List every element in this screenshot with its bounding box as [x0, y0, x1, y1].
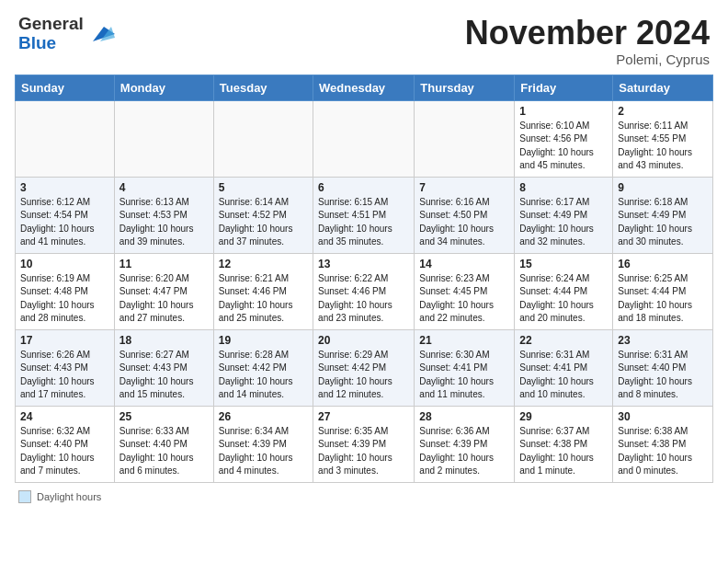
- location: Polemi, Cyprus: [465, 52, 710, 67]
- day-number: 5: [219, 181, 308, 194]
- calendar-week-5: 24Sunrise: 6:32 AM Sunset: 4:40 PM Dayli…: [16, 406, 713, 482]
- day-number: 4: [119, 181, 209, 194]
- calendar-cell: 2Sunrise: 6:11 AM Sunset: 4:55 PM Daylig…: [613, 100, 713, 177]
- day-info: Sunrise: 6:22 AM Sunset: 4:46 PM Dayligh…: [318, 272, 409, 326]
- day-info: Sunrise: 6:13 AM Sunset: 4:53 PM Dayligh…: [119, 196, 209, 249]
- calendar-cell: 22Sunrise: 6:31 AM Sunset: 4:41 PM Dayli…: [515, 329, 613, 406]
- day-number: 13: [318, 258, 409, 270]
- legend-color-box: [18, 490, 31, 503]
- calendar-cell: 11Sunrise: 6:20 AM Sunset: 4:47 PM Dayli…: [114, 253, 213, 329]
- day-number: 25: [119, 410, 209, 423]
- calendar-cell: [213, 100, 313, 177]
- calendar-table: SundayMondayTuesdayWednesdayThursdayFrid…: [15, 75, 713, 483]
- day-info: Sunrise: 6:28 AM Sunset: 4:42 PM Dayligh…: [219, 349, 308, 402]
- calendar-cell: 10Sunrise: 6:19 AM Sunset: 4:48 PM Dayli…: [16, 253, 115, 329]
- day-info: Sunrise: 6:16 AM Sunset: 4:50 PM Dayligh…: [419, 196, 509, 249]
- day-info: Sunrise: 6:17 AM Sunset: 4:49 PM Dayligh…: [519, 196, 608, 249]
- day-number: 27: [318, 410, 409, 423]
- day-number: 1: [519, 105, 608, 118]
- calendar-cell: 21Sunrise: 6:30 AM Sunset: 4:41 PM Dayli…: [415, 329, 515, 406]
- col-header-friday: Friday: [515, 75, 613, 100]
- day-number: 2: [618, 105, 708, 118]
- month-title: November 2024: [465, 15, 710, 52]
- logo-blue: Blue: [18, 33, 56, 52]
- calendar-cell: 28Sunrise: 6:36 AM Sunset: 4:39 PM Dayli…: [415, 406, 515, 482]
- calendar-cell: 14Sunrise: 6:23 AM Sunset: 4:45 PM Dayli…: [415, 253, 515, 329]
- col-header-saturday: Saturday: [613, 75, 713, 100]
- day-info: Sunrise: 6:14 AM Sunset: 4:52 PM Dayligh…: [219, 196, 308, 249]
- day-info: Sunrise: 6:10 AM Sunset: 4:56 PM Dayligh…: [519, 120, 608, 173]
- title-area: November 2024 Polemi, Cyprus: [465, 15, 710, 67]
- calendar-body: 1Sunrise: 6:10 AM Sunset: 4:56 PM Daylig…: [16, 100, 713, 482]
- calendar-header: SundayMondayTuesdayWednesdayThursdayFrid…: [16, 75, 713, 100]
- day-info: Sunrise: 6:15 AM Sunset: 4:51 PM Dayligh…: [318, 196, 409, 249]
- calendar-cell: 25Sunrise: 6:33 AM Sunset: 4:40 PM Dayli…: [114, 406, 213, 482]
- day-number: 30: [618, 410, 708, 423]
- day-info: Sunrise: 6:38 AM Sunset: 4:38 PM Dayligh…: [618, 425, 708, 478]
- calendar-week-3: 10Sunrise: 6:19 AM Sunset: 4:48 PM Dayli…: [16, 253, 713, 329]
- calendar-cell: 20Sunrise: 6:29 AM Sunset: 4:42 PM Dayli…: [313, 329, 415, 406]
- day-number: 3: [20, 181, 109, 194]
- calendar-cell: 4Sunrise: 6:13 AM Sunset: 4:53 PM Daylig…: [114, 177, 213, 253]
- day-number: 15: [519, 258, 608, 270]
- logo-icon: [85, 19, 115, 49]
- calendar-week-2: 3Sunrise: 6:12 AM Sunset: 4:54 PM Daylig…: [16, 177, 713, 253]
- day-info: Sunrise: 6:27 AM Sunset: 4:43 PM Dayligh…: [119, 349, 209, 402]
- day-number: 11: [119, 258, 209, 270]
- header-row: SundayMondayTuesdayWednesdayThursdayFrid…: [16, 75, 713, 100]
- calendar-cell: 13Sunrise: 6:22 AM Sunset: 4:46 PM Dayli…: [313, 253, 415, 329]
- day-info: Sunrise: 6:34 AM Sunset: 4:39 PM Dayligh…: [219, 425, 308, 478]
- logo: General Blue: [18, 15, 115, 53]
- day-info: Sunrise: 6:19 AM Sunset: 4:48 PM Dayligh…: [20, 272, 109, 326]
- calendar-wrap: SundayMondayTuesdayWednesdayThursdayFrid…: [0, 75, 728, 483]
- col-header-wednesday: Wednesday: [313, 75, 415, 100]
- header: General Blue November 2024 Polemi, Cypru…: [0, 0, 728, 75]
- calendar-cell: 29Sunrise: 6:37 AM Sunset: 4:38 PM Dayli…: [515, 406, 613, 482]
- col-header-tuesday: Tuesday: [213, 75, 313, 100]
- day-number: 9: [618, 181, 708, 194]
- day-number: 16: [618, 258, 708, 270]
- day-info: Sunrise: 6:31 AM Sunset: 4:41 PM Dayligh…: [519, 349, 608, 402]
- day-info: Sunrise: 6:32 AM Sunset: 4:40 PM Dayligh…: [20, 425, 109, 478]
- day-info: Sunrise: 6:18 AM Sunset: 4:49 PM Dayligh…: [618, 196, 708, 249]
- day-number: 26: [219, 410, 308, 423]
- day-number: 20: [318, 334, 409, 347]
- day-info: Sunrise: 6:36 AM Sunset: 4:39 PM Dayligh…: [419, 425, 509, 478]
- calendar-week-4: 17Sunrise: 6:26 AM Sunset: 4:43 PM Dayli…: [16, 329, 713, 406]
- calendar-cell: 30Sunrise: 6:38 AM Sunset: 4:38 PM Dayli…: [613, 406, 713, 482]
- day-info: Sunrise: 6:33 AM Sunset: 4:40 PM Dayligh…: [119, 425, 209, 478]
- day-number: 24: [20, 410, 109, 423]
- calendar-cell: 5Sunrise: 6:14 AM Sunset: 4:52 PM Daylig…: [213, 177, 313, 253]
- day-number: 6: [318, 181, 409, 194]
- day-number: 28: [419, 410, 509, 423]
- col-header-thursday: Thursday: [415, 75, 515, 100]
- footer: Daylight hours: [0, 483, 728, 511]
- day-info: Sunrise: 6:30 AM Sunset: 4:41 PM Dayligh…: [419, 349, 509, 402]
- day-number: 22: [519, 334, 608, 347]
- day-info: Sunrise: 6:29 AM Sunset: 4:42 PM Dayligh…: [318, 349, 409, 402]
- calendar-cell: 1Sunrise: 6:10 AM Sunset: 4:56 PM Daylig…: [515, 100, 613, 177]
- calendar-cell: 7Sunrise: 6:16 AM Sunset: 4:50 PM Daylig…: [415, 177, 515, 253]
- day-info: Sunrise: 6:12 AM Sunset: 4:54 PM Dayligh…: [20, 196, 109, 249]
- day-number: 29: [519, 410, 608, 423]
- day-info: Sunrise: 6:26 AM Sunset: 4:43 PM Dayligh…: [20, 349, 109, 402]
- day-number: 12: [219, 258, 308, 270]
- calendar-cell: 23Sunrise: 6:31 AM Sunset: 4:40 PM Dayli…: [613, 329, 713, 406]
- day-number: 23: [618, 334, 708, 347]
- calendar-cell: 27Sunrise: 6:35 AM Sunset: 4:39 PM Dayli…: [313, 406, 415, 482]
- calendar-cell: [313, 100, 415, 177]
- day-info: Sunrise: 6:21 AM Sunset: 4:46 PM Dayligh…: [219, 272, 308, 326]
- calendar-cell: 3Sunrise: 6:12 AM Sunset: 4:54 PM Daylig…: [16, 177, 115, 253]
- day-info: Sunrise: 6:31 AM Sunset: 4:40 PM Dayligh…: [618, 349, 708, 402]
- day-number: 19: [219, 334, 308, 347]
- legend-label: Daylight hours: [37, 491, 101, 502]
- col-header-monday: Monday: [114, 75, 213, 100]
- calendar-cell: [16, 100, 115, 177]
- day-info: Sunrise: 6:37 AM Sunset: 4:38 PM Dayligh…: [519, 425, 608, 478]
- day-number: 14: [419, 258, 509, 270]
- calendar-cell: 17Sunrise: 6:26 AM Sunset: 4:43 PM Dayli…: [16, 329, 115, 406]
- calendar-cell: [114, 100, 213, 177]
- day-number: 18: [119, 334, 209, 347]
- day-number: 21: [419, 334, 509, 347]
- day-info: Sunrise: 6:25 AM Sunset: 4:44 PM Dayligh…: [618, 272, 708, 326]
